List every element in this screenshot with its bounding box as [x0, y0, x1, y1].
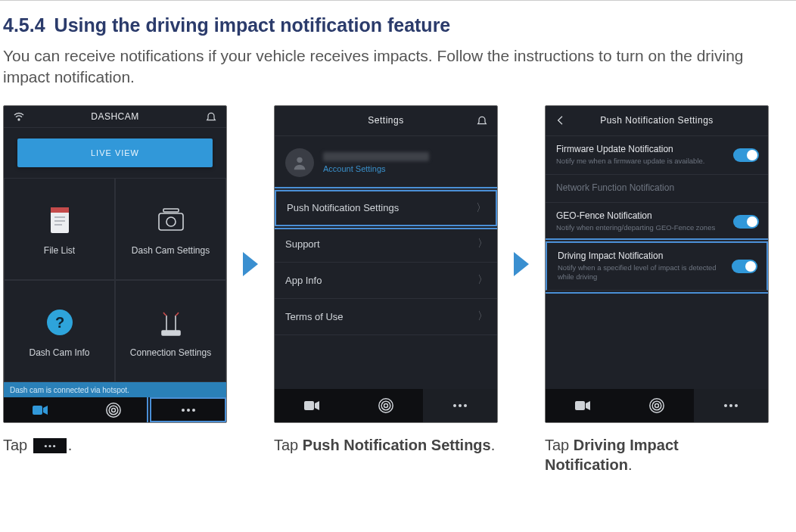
- svg-point-16: [109, 406, 118, 415]
- account-row[interactable]: Account Settings: [275, 136, 497, 190]
- tab-broadcast[interactable]: [349, 389, 423, 422]
- arrow-1: [239, 105, 262, 423]
- caption-1: Tap .: [3, 435, 227, 455]
- settings-content: Account Settings Push Notification Setti…: [275, 136, 497, 389]
- svg-point-29: [453, 404, 456, 407]
- svg-point-38: [735, 404, 738, 407]
- step-3: Push Notification Settings Firmware Upda…: [545, 105, 769, 474]
- bell-icon[interactable]: [467, 106, 497, 135]
- tab-more[interactable]: [150, 397, 226, 422]
- menu-support[interactable]: Support 〉: [275, 226, 497, 263]
- svg-point-18: [182, 409, 185, 412]
- toggle-switch-on[interactable]: [733, 215, 759, 229]
- live-view-label: LIVE VIEW: [91, 148, 139, 157]
- avatar-icon: [285, 148, 314, 177]
- svg-point-27: [381, 401, 390, 410]
- section-heading: 4.5.4Using the driving impact notificati…: [3, 14, 793, 36]
- item-title: Firmware Update Notification: [556, 144, 724, 154]
- home-content: LIVE VIEW File List Dash Cam Settings: [4, 128, 226, 397]
- camera-icon: [154, 203, 188, 238]
- tab-broadcast[interactable]: [620, 389, 694, 422]
- caption-text: Tap: [545, 437, 574, 453]
- tab-more[interactable]: [423, 389, 497, 422]
- svg-rect-6: [163, 209, 179, 212]
- titlebar: DASHCAM: [4, 106, 226, 129]
- status-text: Dash cam is connected via hotspot.: [10, 386, 129, 394]
- step-1: DASHCAM LIVE VIEW File List: [3, 105, 227, 455]
- svg-point-19: [187, 409, 190, 412]
- menu-label: Terms of Use: [285, 311, 344, 322]
- menu-label: App Info: [285, 275, 322, 286]
- caption-text: Tap: [3, 437, 32, 453]
- svg-point-8: [166, 217, 176, 226]
- item-title: GEO-Fence Notification: [556, 210, 724, 221]
- tab-bar: [546, 389, 768, 422]
- arrow-2: [510, 105, 533, 423]
- svg-rect-11: [162, 331, 180, 335]
- svg-rect-4: [54, 220, 65, 222]
- menu-app-info[interactable]: App Info 〉: [275, 263, 497, 299]
- caption-text: .: [68, 437, 73, 453]
- more-icon-inline: [33, 438, 67, 453]
- home-grid: File List Dash Cam Settings ? Dash Cam I…: [4, 178, 226, 382]
- svg-point-33: [655, 403, 659, 407]
- item-title: Network Function Notification: [556, 182, 724, 193]
- account-settings-link[interactable]: Account Settings: [323, 164, 429, 173]
- menu-push-notification-settings[interactable]: Push Notification Settings 〉: [275, 190, 497, 226]
- tab-camera[interactable]: [546, 389, 620, 422]
- toggle-geo-fence[interactable]: GEO-Fence Notification Notify when enter…: [546, 203, 768, 241]
- item-subtitle: Notify when a specified level of impact …: [558, 263, 723, 281]
- notification-list: Firmware Update Notification Notify me w…: [546, 136, 768, 389]
- settings-screen: Settings Account Settings Push Notific: [274, 105, 498, 423]
- cell-label: Dash Cam Info: [29, 347, 89, 358]
- caption-3: Tap Driving Impact Notification.: [545, 435, 769, 474]
- svg-point-24: [297, 157, 302, 162]
- toggle-driving-impact[interactable]: Driving Impact Notification Notify when …: [546, 241, 768, 291]
- tab-camera[interactable]: [4, 397, 77, 422]
- svg-point-26: [384, 403, 388, 407]
- titlebar: Push Notification Settings: [546, 106, 768, 136]
- toggle-switch-on[interactable]: [732, 260, 757, 273]
- cell-label: Dash Cam Settings: [132, 245, 210, 256]
- svg-rect-32: [575, 401, 585, 410]
- cell-label: File List: [44, 245, 75, 256]
- dashcam-info-button[interactable]: ? Dash Cam Info: [4, 280, 115, 382]
- caption-2: Tap Push Notification Settings.: [274, 435, 498, 455]
- step-2: Settings Account Settings Push Notific: [274, 105, 498, 455]
- svg-point-31: [464, 404, 467, 407]
- help-icon: ?: [42, 305, 77, 340]
- tab-bar: [4, 397, 226, 422]
- toggle-firmware-update[interactable]: Firmware Update Notification Notify me w…: [546, 136, 768, 175]
- chevron-right-icon: 〉: [477, 237, 488, 250]
- chevron-right-icon: 〉: [477, 310, 488, 323]
- bell-icon[interactable]: [196, 106, 226, 128]
- svg-rect-2: [51, 207, 69, 213]
- steps-row: DASHCAM LIVE VIEW File List: [3, 105, 793, 474]
- connection-settings-button[interactable]: Connection Settings: [115, 280, 226, 382]
- svg-text:?: ?: [54, 314, 64, 331]
- caption-bold: Push Notification Settings: [303, 437, 491, 453]
- live-view-button[interactable]: LIVE VIEW: [17, 138, 213, 167]
- section-number: 4.5.4: [3, 14, 45, 36]
- screen-title: Settings: [368, 115, 403, 126]
- back-icon[interactable]: [546, 106, 576, 135]
- menu-terms-of-use[interactable]: Terms of Use 〉: [275, 299, 497, 335]
- dashcam-settings-button[interactable]: Dash Cam Settings: [115, 178, 226, 280]
- connection-status: Dash cam is connected via hotspot.: [4, 382, 226, 397]
- tab-camera[interactable]: [275, 389, 349, 422]
- toggle-network-function[interactable]: Network Function Notification: [546, 175, 768, 203]
- item-subtitle: Notify when entering/departing GEO-Fence…: [556, 223, 724, 232]
- svg-point-21: [45, 445, 47, 447]
- toggle-switch-on[interactable]: [733, 148, 759, 162]
- wifi-icon: [4, 106, 34, 128]
- account-email-blurred: [323, 152, 429, 161]
- cell-label: Connection Settings: [130, 347, 211, 358]
- tab-more[interactable]: [694, 389, 768, 422]
- svg-point-37: [729, 404, 732, 407]
- tab-broadcast[interactable]: [77, 397, 151, 422]
- svg-rect-14: [33, 406, 42, 415]
- titlebar: Settings: [275, 106, 497, 136]
- menu-label: Push Notification Settings: [287, 202, 399, 213]
- dashcam-home-screen: DASHCAM LIVE VIEW File List: [3, 105, 227, 423]
- file-list-button[interactable]: File List: [4, 178, 115, 280]
